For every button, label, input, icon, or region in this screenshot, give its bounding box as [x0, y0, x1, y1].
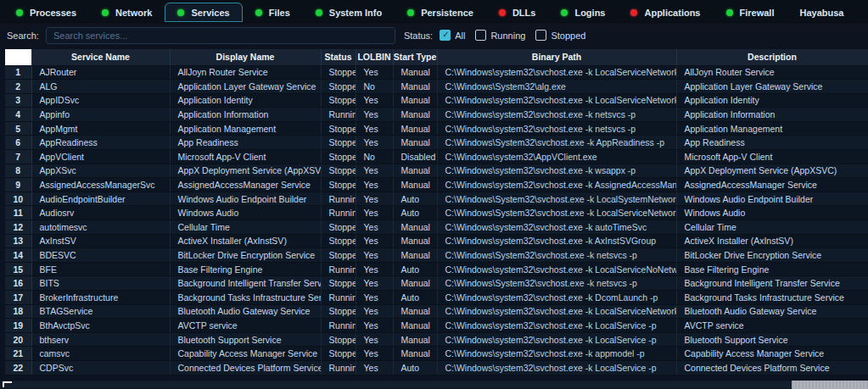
header-status[interactable]: Status: [321, 49, 356, 65]
table-row[interactable]: 15BFEBase Filtering EngineRunningYesAuto…: [5, 262, 868, 276]
cell-status: Stopped: [321, 178, 356, 192]
tab-persistence[interactable]: Persistence: [395, 3, 486, 22]
cell-num: 5: [5, 121, 31, 136]
table-row[interactable]: 3AppIDSvcApplication IdentityStoppedYesM…: [5, 93, 868, 108]
table-row[interactable]: 22CDPSvcConnected Devices Platform Servi…: [5, 360, 868, 375]
cell-num: 9: [5, 178, 31, 192]
network-status-dot-icon: [102, 9, 109, 16]
cell-description: Application Management: [676, 121, 868, 136]
table-row[interactable]: 14BDESVCBitLocker Drive Encryption Servi…: [5, 248, 868, 263]
cell-status: Stopped: [321, 220, 356, 235]
table-row[interactable]: 17BrokerInfrastructureBackground Tasks I…: [5, 291, 868, 305]
cell-num: 2: [5, 80, 31, 94]
cell-start-type: Auto: [393, 206, 437, 220]
cell-display-name: Application Management: [170, 121, 321, 136]
horizontal-scrollbar[interactable]: [0, 381, 868, 389]
cell-start-type: Manual: [393, 332, 437, 347]
checkbox-all[interactable]: [440, 30, 451, 41]
table-row[interactable]: 11AudiosrvWindows AudioRunningYesAutoC:\…: [5, 206, 868, 220]
tab-label: Hayabusa: [799, 8, 843, 18]
table-row[interactable]: 5AppMgmtApplication ManagementStoppedYes…: [5, 121, 868, 136]
services-analyzer-window: Processes Network Services Files System …: [0, 0, 868, 389]
cell-service-name: AppMgmt: [31, 121, 170, 136]
cell-start-type: Auto: [393, 192, 437, 206]
cell-display-name: Windows Audio: [170, 206, 321, 220]
tab-dlls[interactable]: DLLs: [486, 3, 549, 22]
horizontal-scrollbar-track[interactable]: [792, 381, 868, 389]
cell-description: AssignedAccessManager Service: [676, 178, 868, 192]
table-row[interactable]: 16BITSBackground Intelligent Transfer Se…: [5, 276, 868, 291]
cell-num: 4: [5, 108, 31, 122]
table-row[interactable]: 1AJRouterAllJoyn Router ServiceStoppedYe…: [5, 65, 868, 80]
table-row[interactable]: 18BTAGServiceBluetooth Audio Gateway Ser…: [5, 304, 868, 319]
cell-status: Running: [321, 192, 356, 206]
cell-binary-path: C:\Windows\system32\svchost.exe -k Assig…: [437, 178, 676, 192]
checkbox-stopped[interactable]: [535, 30, 546, 41]
cell-binary-path: C:\Windows\system32\svchost.exe -k Local…: [437, 360, 676, 375]
cell-status: Stopped: [321, 304, 356, 319]
cell-description: Base Filtering Engine: [676, 262, 868, 276]
tab-files[interactable]: Files: [243, 3, 303, 22]
table-row[interactable]: 10AudioEndpointBuilderWindows Audio Endp…: [5, 192, 868, 206]
cell-service-name: BFE: [31, 262, 170, 276]
table-row[interactable]: 19BthAvctpSvcAVCTP serviceRunningYesManu…: [5, 319, 868, 333]
table-row[interactable]: 4AppinfoApplication InformationRunningYe…: [5, 108, 868, 122]
cell-binary-path: C:\Windows\system32\svchost.exe -k DcomL…: [437, 291, 676, 305]
cell-start-type: Manual: [393, 347, 437, 361]
cell-lolbin: Yes: [356, 291, 393, 305]
header-lolbin[interactable]: LOLBIN: [356, 49, 393, 65]
header-description[interactable]: Description: [676, 49, 868, 65]
status-filter-group: Status: All Running Stopped: [404, 30, 596, 41]
cell-binary-path: C:\Windows\system32\svchost.exe -k Local…: [437, 93, 676, 108]
tab-system-info[interactable]: System Info: [303, 3, 395, 22]
cell-description: ActiveX Installer (AxInstSV): [676, 234, 868, 248]
header-row-number[interactable]: [5, 49, 31, 65]
tab-processes[interactable]: Processes: [3, 3, 89, 22]
cell-lolbin: Yes: [356, 248, 393, 263]
cell-binary-path: C:\Windows\System32\svchost.exe -k netsv…: [437, 276, 676, 291]
cell-num: 17: [5, 291, 31, 305]
tab-label: Firewall: [740, 8, 775, 18]
horizontal-scrollbar-thumb[interactable]: [5, 381, 792, 388]
header-service-name[interactable]: Service Name: [31, 49, 170, 65]
table-row[interactable]: 21camsvcCapability Access Manager Servic…: [5, 347, 868, 361]
tab-firewall[interactable]: Firewall: [714, 3, 787, 22]
cell-num: 13: [5, 234, 31, 248]
tab-logins[interactable]: Logins: [548, 3, 618, 22]
search-input[interactable]: [46, 27, 395, 44]
table-row[interactable]: 7AppVClientMicrosoft App-V ClientStopped…: [5, 150, 868, 164]
tab-network[interactable]: Network: [89, 3, 165, 22]
system-info-status-dot-icon: [316, 9, 322, 16]
cell-lolbin: No: [356, 150, 393, 164]
cell-status: Running: [321, 206, 356, 220]
cell-display-name: Windows Audio Endpoint Builder: [170, 192, 321, 206]
cell-service-name: BTAGService: [31, 304, 170, 319]
cell-display-name: ActiveX Installer (AxInstSV): [170, 234, 321, 248]
table-row[interactable]: 20bthservBluetooth Support ServiceStoppe…: [5, 332, 868, 347]
cell-lolbin: Yes: [356, 319, 393, 333]
tab-services[interactable]: Services: [165, 3, 242, 22]
table-row[interactable]: 12autotimesvcCellular TimeStoppedYesManu…: [5, 220, 868, 235]
cell-binary-path: C:\Windows\system32\svchost.exe -k autoT…: [437, 220, 676, 235]
cell-display-name: Background Tasks Infrastructure Service: [170, 291, 321, 305]
header-binary-path[interactable]: Binary Path: [437, 49, 676, 65]
cell-num: 22: [5, 360, 31, 375]
cell-start-type: Manual: [393, 304, 437, 319]
tab-label: DLLs: [512, 8, 536, 18]
header-start-type[interactable]: Start Type: [393, 49, 437, 65]
table-row[interactable]: 2ALGApplication Layer Gateway ServiceSto…: [5, 80, 868, 94]
tab-applications[interactable]: Applications: [618, 3, 713, 22]
table-row[interactable]: 9AssignedAccessManagerSvcAssignedAccessM…: [5, 178, 868, 192]
cell-description: Connected Devices Platform Service: [676, 360, 868, 375]
cell-num: 20: [5, 332, 31, 347]
cell-lolbin: Yes: [356, 276, 393, 291]
table-row[interactable]: 8AppXSvcAppX Deployment Service (AppXSVC…: [5, 164, 868, 178]
table-row[interactable]: 13AxInstSVActiveX Installer (AxInstSV)St…: [5, 234, 868, 248]
table-row[interactable]: 6AppReadinessApp ReadinessStoppedYesManu…: [5, 136, 868, 150]
cell-display-name: AssignedAccessManager Service: [170, 178, 321, 192]
checkbox-running[interactable]: [475, 30, 486, 41]
services-table: Service Name Display Name Status LOLBIN …: [5, 49, 868, 375]
header-display-name[interactable]: Display Name: [170, 49, 321, 65]
tab-hayabusa[interactable]: Hayabusa: [787, 3, 856, 22]
tab-label: Persistence: [421, 8, 473, 18]
